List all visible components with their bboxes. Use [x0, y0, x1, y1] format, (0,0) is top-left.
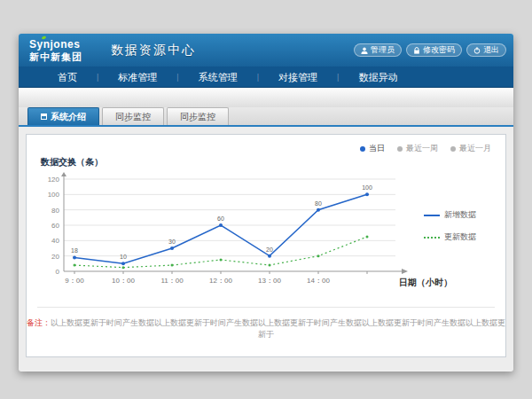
legend-dot-icon [397, 146, 403, 152]
svg-text:100: 100 [48, 191, 60, 199]
svg-text:20: 20 [51, 253, 59, 261]
power-icon [473, 47, 481, 54]
logo-subtitle: 新中新集团 [29, 52, 102, 62]
desktop-background: Synjones 新中新集团 数据资源中心 管理员 修改密码 [0, 0, 532, 399]
user-button[interactable]: 管理员 [354, 43, 402, 57]
svg-text:80: 80 [315, 200, 322, 207]
chart-canvas: 0204060801001209：0010：0011：0012：0013：001… [37, 172, 427, 296]
legend-dot-icon [450, 146, 456, 152]
tab-sync-monitor-2[interactable]: 同步监控 [167, 107, 229, 125]
app-header: Synjones 新中新集团 数据资源中心 管理员 修改密码 [19, 34, 513, 66]
header-actions: 管理员 修改密码 退出 [354, 43, 506, 57]
svg-text:80: 80 [51, 207, 59, 215]
nav-item-standard-mgmt[interactable]: 标准管理 [98, 66, 176, 88]
legend-updated-data[interactable]: 更新数据 [424, 231, 476, 243]
footnote-label: 备注： [27, 318, 51, 327]
svg-text:10：00: 10：00 [112, 277, 135, 285]
series-legend: 新增数据 更新数据 [424, 209, 476, 243]
content-area: 当日 最近一周 最近一月 数据交换（条） 0204060801001209：00… [19, 127, 513, 370]
solid-line-icon [424, 215, 440, 216]
divider [37, 307, 495, 308]
range-filter-legend: 当日 最近一周 最近一月 [360, 143, 491, 154]
toolbar-strip [19, 88, 513, 107]
tab-sync-monitor-1[interactable]: 同步监控 [102, 107, 164, 125]
svg-text:60: 60 [217, 215, 224, 222]
nav-item-data-changes[interactable]: 数据异动 [339, 66, 417, 88]
filter-last-week[interactable]: 最近一周 [397, 143, 438, 154]
svg-text:30: 30 [168, 239, 176, 245]
user-icon [361, 47, 368, 54]
svg-text:40: 40 [51, 237, 59, 245]
svg-text:120: 120 [48, 176, 60, 184]
svg-text:14：00: 14：00 [307, 277, 330, 285]
footnote: 备注：以上数据更新于时间产生数据以上数据更新于时间产生数据以上数据更新于时间产生… [27, 317, 505, 340]
filter-last-month[interactable]: 最近一月 [450, 143, 491, 154]
svg-text:0: 0 [56, 268, 60, 276]
document-icon [41, 113, 47, 120]
line-chart: 0204060801001209：0010：0011：0012：0013：001… [37, 172, 427, 296]
filter-today[interactable]: 当日 [360, 143, 385, 154]
svg-text:18: 18 [71, 247, 78, 254]
svg-text:10: 10 [120, 254, 127, 260]
chart-panel: 当日 最近一周 最近一月 数据交换（条） 0204060801001209：00… [26, 134, 506, 357]
footnote-text: 以上数据更新于时间产生数据以上数据更新于时间产生数据以上数据更新于时间产生数据以… [51, 318, 505, 339]
page-title: 数据资源中心 [111, 43, 196, 59]
logout-button[interactable]: 退出 [466, 43, 506, 57]
svg-text:20: 20 [266, 246, 273, 253]
nav-item-system-mgmt[interactable]: 系统管理 [179, 66, 257, 88]
svg-text:9：00: 9：00 [65, 277, 84, 285]
tab-system-intro[interactable]: 系统介绍 [27, 107, 99, 125]
dotted-line-icon [424, 237, 440, 239]
svg-text:12：00: 12：00 [209, 277, 232, 285]
app-window: Synjones 新中新集团 数据资源中心 管理员 修改密码 [19, 34, 513, 372]
tab-bar: 系统介绍 同步监控 同步监控 [19, 107, 513, 127]
svg-text:60: 60 [51, 222, 59, 230]
change-password-button[interactable]: 修改密码 [406, 43, 462, 57]
svg-text:13：00: 13：00 [258, 277, 281, 285]
main-nav: 首页 | 标准管理 | 系统管理 | 对接管理 | 数据异动 [19, 66, 513, 88]
nav-item-home[interactable]: 首页 [38, 66, 97, 88]
x-axis-title: 日期（小时） [399, 277, 452, 289]
logo: Synjones 新中新集团 [26, 39, 102, 62]
svg-text:100: 100 [362, 184, 372, 191]
lock-icon [413, 47, 420, 54]
svg-text:11：00: 11：00 [160, 277, 184, 285]
logo-text: Synjones [29, 39, 102, 50]
legend-dot-icon [360, 146, 365, 152]
y-axis-title: 数据交换（条） [41, 156, 103, 168]
legend-new-data[interactable]: 新增数据 [424, 209, 476, 221]
nav-item-connection-mgmt[interactable]: 对接管理 [259, 66, 337, 88]
